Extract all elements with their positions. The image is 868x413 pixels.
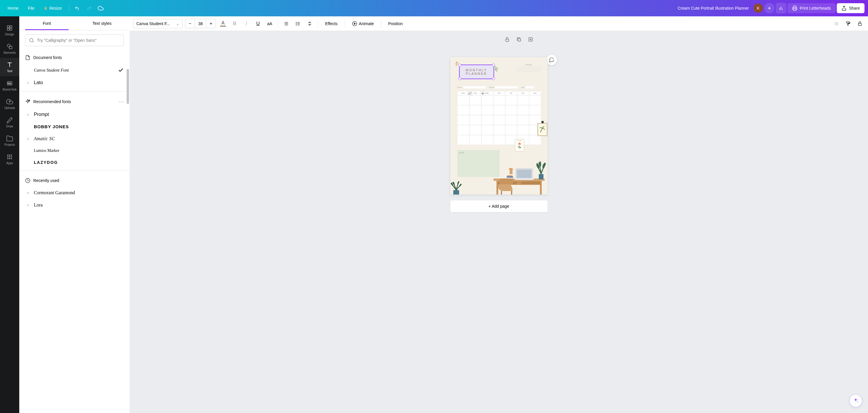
rail-projects[interactable]: Projects (0, 131, 19, 150)
svg-point-17 (29, 38, 33, 42)
chevron-right-icon[interactable]: › (25, 190, 31, 196)
font-item-amatic-sc[interactable]: › Amatic SC (25, 132, 124, 145)
font-family-selector[interactable]: Canva Student F... ⌄ (133, 19, 183, 28)
font-item-lato[interactable]: › Lato (25, 77, 124, 89)
rail-brand-hub[interactable]: CO. Brand Hub (0, 76, 19, 95)
rail-elements[interactable]: Elements (0, 39, 19, 58)
add-page-icon-button[interactable] (528, 37, 535, 44)
font-item-lumios-marker[interactable]: Lumios Marker (25, 145, 124, 156)
font-lazydog-label: LAZYDOG (34, 160, 58, 165)
svg-point-3 (10, 28, 12, 30)
font-size-input[interactable] (195, 19, 206, 28)
transparency-button[interactable] (832, 19, 841, 28)
rail-text[interactable]: Text (0, 58, 19, 76)
effects-button[interactable]: Effects (322, 20, 341, 28)
recently-used-label: Recently used (33, 178, 59, 183)
chevron-down-icon: ⌄ (176, 21, 180, 26)
rail-uploads[interactable]: Uploads (0, 95, 19, 113)
print-button[interactable]: Print Letterheads (787, 3, 836, 13)
share-button[interactable]: Share (837, 3, 865, 13)
svg-rect-56 (539, 174, 544, 179)
font-canva-student-label: Canva Student Font (34, 68, 69, 73)
italic-icon: I (245, 21, 247, 26)
font-size-decrease[interactable]: − (185, 19, 195, 28)
chevron-right-icon[interactable]: › (25, 80, 31, 85)
add-member-button[interactable] (764, 3, 775, 13)
animate-button[interactable]: Animate (348, 19, 377, 28)
copy-style-button[interactable] (843, 19, 853, 28)
rail-text-label: Text (7, 69, 12, 73)
list-icon (296, 21, 301, 26)
svg-point-58 (542, 162, 546, 169)
text-color-button[interactable]: A (218, 19, 228, 28)
svg-point-40 (518, 146, 519, 147)
leaf-decoration-right (494, 64, 499, 73)
spacing-button[interactable] (305, 19, 314, 28)
resize-handle-br[interactable] (492, 77, 495, 80)
rail-draw[interactable]: Draw (0, 113, 19, 131)
bold-button[interactable]: B (230, 19, 239, 28)
insights-button[interactable] (776, 3, 786, 13)
file-button[interactable]: File (24, 3, 38, 13)
add-page-button[interactable]: + Add page (451, 200, 548, 212)
rail-apps[interactable]: Apps (0, 150, 19, 168)
canvas-area[interactable]: Canva Student F... ⌄ − + A B I U a (130, 17, 868, 413)
underline-button[interactable]: U (253, 19, 263, 28)
selected-text-element[interactable]: MONTHLY PLANNER (459, 64, 494, 79)
check-icon (118, 67, 124, 73)
position-button[interactable]: Position (385, 20, 406, 28)
underline-icon: U (256, 21, 260, 26)
name-field (463, 86, 486, 89)
rail-elements-label: Elements (3, 51, 16, 54)
lock-page-button[interactable] (505, 37, 512, 44)
redo-button[interactable] (84, 3, 94, 13)
font-item-bobby-jones[interactable]: BOBBY JONES (25, 121, 124, 132)
search-icon (29, 38, 34, 43)
chevron-right-icon[interactable]: › (25, 136, 31, 141)
font-item-cormorant[interactable]: › Cormorant Garamond (25, 187, 124, 199)
home-button[interactable]: Home (3, 3, 23, 13)
panel-scrollbar[interactable] (127, 69, 129, 104)
cloud-sync-button[interactable] (95, 3, 106, 13)
document-fonts-label: Document fonts (33, 55, 62, 60)
rail-brandhub-label: Brand Hub (3, 88, 17, 91)
rotate-handle[interactable] (467, 91, 472, 96)
animate-label: Animate (359, 21, 374, 26)
resize-handle-bl[interactable] (458, 77, 461, 80)
ai-assistant-button[interactable] (849, 394, 862, 407)
rail-design[interactable]: Design (0, 21, 19, 39)
font-list[interactable]: Document fonts Canva Student Font › Lato (19, 50, 130, 413)
move-handle[interactable] (480, 91, 485, 96)
font-size-increase[interactable]: + (206, 19, 216, 28)
panel-tabs: Font Text styles (19, 17, 130, 30)
canvas-page[interactable]: MONTHLY PLANNER Priority (451, 57, 548, 195)
add-comment-button[interactable] (546, 54, 557, 65)
more-options-icon[interactable]: ⋯ (119, 98, 124, 105)
font-item-prompt[interactable]: › Prompt (25, 108, 124, 121)
resize-button[interactable]: ♛ Resize (40, 3, 66, 13)
title-line-1: MONTHLY (466, 68, 488, 72)
list-button[interactable] (293, 19, 303, 28)
user-avatar[interactable]: K (753, 3, 763, 13)
duplicate-page-button[interactable] (516, 37, 523, 44)
svg-point-8 (7, 154, 8, 156)
font-item-canva-student[interactable]: Canva Student Font (25, 64, 124, 77)
chevron-right-icon[interactable]: › (25, 202, 31, 208)
alignment-button[interactable] (282, 19, 291, 28)
font-search-input[interactable] (37, 38, 120, 42)
font-cormorant-label: Cormorant Garamond (34, 190, 75, 196)
font-item-lazydog[interactable]: LAZYDOG (25, 156, 124, 168)
svg-point-4 (7, 44, 10, 47)
frame-nail (541, 121, 544, 123)
text-case-button[interactable]: aA (265, 19, 274, 28)
tab-text-styles[interactable]: Text styles (74, 17, 130, 30)
document-title[interactable]: Cream Cute Portrait Illustration Planner (678, 6, 749, 10)
font-item-lora[interactable]: › Lora (25, 199, 124, 211)
font-search[interactable] (25, 34, 124, 46)
svg-rect-49 (517, 170, 531, 178)
lock-button[interactable] (855, 19, 865, 28)
tab-font[interactable]: Font (19, 17, 74, 30)
italic-button[interactable]: I (242, 19, 251, 28)
chevron-right-icon[interactable]: › (25, 112, 31, 117)
undo-button[interactable] (72, 3, 83, 13)
